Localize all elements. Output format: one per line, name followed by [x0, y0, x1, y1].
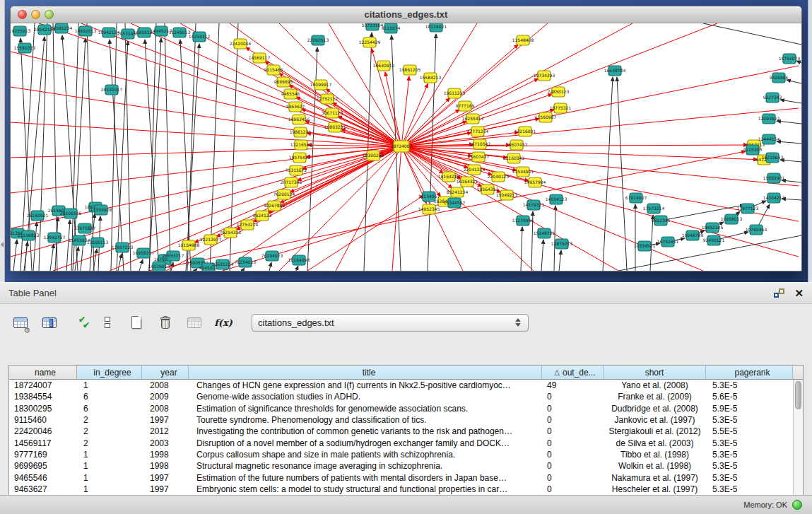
graph-node[interactable]: 13216543	[290, 140, 312, 150]
graph-node[interactable]: 16255413	[462, 114, 484, 124]
graph-node[interactable]: 14579321	[523, 200, 545, 210]
graph-node[interactable]: 76254013	[235, 257, 257, 267]
graph-node[interactable]: 19861205	[399, 65, 421, 75]
graph-node[interactable]: 11560987	[535, 112, 557, 122]
graph-node[interactable]: 11544901	[512, 167, 534, 177]
function-icon[interactable]: f(x)	[213, 312, 234, 333]
network-canvas[interactable]: 1830029522420046145691179115460969969594…	[11, 23, 801, 271]
graph-node[interactable]: 12254439	[359, 37, 381, 47]
column-header-year[interactable]: year	[142, 366, 189, 379]
scrollbar-thumb[interactable]	[795, 381, 801, 409]
graph-node[interactable]: 22040123	[488, 172, 510, 182]
right-panel-edge[interactable]	[808, 0, 812, 282]
graph-node[interactable]: 15049213	[496, 190, 518, 200]
close-panel-icon[interactable]: ✕	[794, 288, 804, 298]
graph-node[interactable]: 16099917	[310, 80, 332, 90]
table-scrollbar[interactable]	[793, 380, 803, 495]
graph-node[interactable]: 15584213	[420, 73, 442, 83]
graph-node[interactable]: 26160501	[27, 211, 49, 221]
graph-node[interactable]: 13505113	[87, 238, 109, 247]
graph-node[interactable]: 20531017	[101, 85, 123, 95]
zoom-window-button[interactable]	[45, 10, 54, 19]
graph-node[interactable]: 16752431	[657, 237, 679, 247]
graph-node[interactable]: 16640910	[373, 61, 395, 71]
column-header-out_degree[interactable]: △out_de...	[542, 366, 604, 379]
table-row[interactable]: 977716911998Corpus callosum shape and si…	[9, 449, 803, 460]
graph-node[interactable]: 18124021	[425, 23, 447, 32]
graph-node[interactable]: 9465546	[281, 89, 300, 99]
graph-node[interactable]: 16958107	[133, 248, 155, 258]
graph-node[interactable]: 76254312	[220, 228, 242, 238]
graph-node[interactable]: 15692931	[763, 173, 785, 183]
trash-icon[interactable]	[155, 312, 176, 333]
graph-node[interactable]: 9227343	[763, 93, 782, 103]
column-header-short[interactable]: short	[604, 366, 706, 379]
graph-node[interactable]: 9812345	[652, 216, 671, 226]
graph-node[interactable]: 17573214	[643, 204, 665, 214]
stacked-boxes-icon[interactable]	[97, 312, 118, 333]
graph-node[interactable]: 12752112	[317, 94, 339, 104]
graph-node[interactable]: 11245013	[169, 28, 191, 37]
window-titlebar[interactable]: citations_edges.txt	[11, 6, 801, 23]
graph-node[interactable]: 14569117	[249, 53, 271, 63]
graph-node[interactable]: 12093522	[758, 114, 780, 124]
graph-node[interactable]: 14554123	[546, 194, 567, 204]
graph-node[interactable]: 22060513	[307, 35, 329, 45]
graph-node[interactable]: 15581023	[14, 43, 36, 53]
left-panel-edge[interactable]	[0, 0, 5, 282]
graph-node[interactable]: 11548408	[512, 35, 534, 45]
graph-node[interactable]: 19861231	[290, 127, 312, 137]
column-header-name[interactable]: name	[9, 366, 77, 379]
table-row[interactable]: 911546021997Tourette syndrome. Phenomeno…	[9, 414, 803, 426]
graph-node[interactable]: 16963456	[288, 115, 310, 124]
graph-node[interactable]: 17753214	[237, 220, 259, 230]
graph-node[interactable]: 9699695	[274, 77, 293, 87]
graph-node[interactable]: 17977123	[737, 204, 759, 214]
graph-node[interactable]: 18575432	[289, 153, 311, 163]
graph-node[interactable]: 14204312	[189, 32, 211, 42]
graph-node[interactable]: 67919007	[625, 193, 647, 203]
graph-node[interactable]: 9463627	[286, 102, 305, 112]
table-row[interactable]: 1872400712008Changes of HCN gene express…	[9, 380, 803, 391]
graph-node[interactable]: 11156823	[18, 230, 40, 240]
graph-node[interactable]: 8113074	[382, 23, 401, 33]
table-column-icon[interactable]	[39, 312, 60, 333]
collapse-arrow-icon[interactable]	[1, 242, 4, 247]
graph-node[interactable]: 10154988	[178, 240, 200, 250]
graph-node[interactable]: 10607437	[506, 140, 528, 150]
graph-node[interactable]: 22420046	[230, 39, 252, 49]
table-row[interactable]: 969969511998Structural magnetic resonanc…	[9, 460, 803, 472]
table-row[interactable]: 1830029562008Estimation of significance …	[9, 403, 803, 414]
graph-node[interactable]: 10760354	[746, 225, 767, 235]
graph-node[interactable]: 16716542	[469, 139, 491, 149]
graph-node[interactable]: 11607437	[468, 152, 490, 162]
graph-node[interactable]: 17771234	[467, 127, 489, 136]
minimize-window-button[interactable]	[31, 10, 40, 19]
float-panel-icon[interactable]	[774, 288, 784, 298]
table-row[interactable]: 946554611997Estimation of the future num…	[9, 472, 803, 483]
select-checks-icon[interactable]: ✔✔	[68, 312, 89, 333]
column-header-pagerank[interactable]: pagerank	[706, 366, 793, 379]
graph-node[interactable]: 18724007	[391, 141, 413, 152]
table-row[interactable]: 2242004622012Investigating the contribut…	[9, 426, 803, 437]
graph-node[interactable]: 19611213	[444, 88, 466, 98]
graph-node[interactable]: 17957223	[112, 243, 134, 252]
graph-node[interactable]: 74850123	[548, 87, 570, 97]
graph-node[interactable]: 11270456	[512, 216, 534, 226]
graph-node[interactable]: 55723104	[362, 23, 384, 30]
table-row[interactable]: 1456911722003Disruption of a novel membe…	[9, 437, 803, 448]
column-header-in_degree[interactable]: in_degree	[77, 366, 142, 379]
table-selector-dropdown[interactable]: citations_edges.txt	[252, 314, 529, 332]
graph-node[interactable]: 8215953	[743, 145, 763, 155]
graph-node[interactable]: 15751074	[779, 54, 801, 64]
table-row[interactable]: 946362711997Embryonic stem cells: a mode…	[9, 484, 803, 495]
graph-node[interactable]: 16958013	[721, 214, 743, 224]
graph-node[interactable]: 85241234	[447, 187, 469, 197]
new-page-icon[interactable]	[126, 312, 147, 333]
column-header-title[interactable]: title	[189, 366, 542, 379]
graph-node[interactable]: 9115460	[264, 65, 283, 75]
graph-node[interactable]: 19046789	[682, 230, 704, 240]
graph-node[interactable]: 9777169	[456, 101, 475, 111]
graph-node[interactable]: 17359928	[90, 205, 112, 215]
graph-node[interactable]: 9524123	[253, 211, 272, 221]
